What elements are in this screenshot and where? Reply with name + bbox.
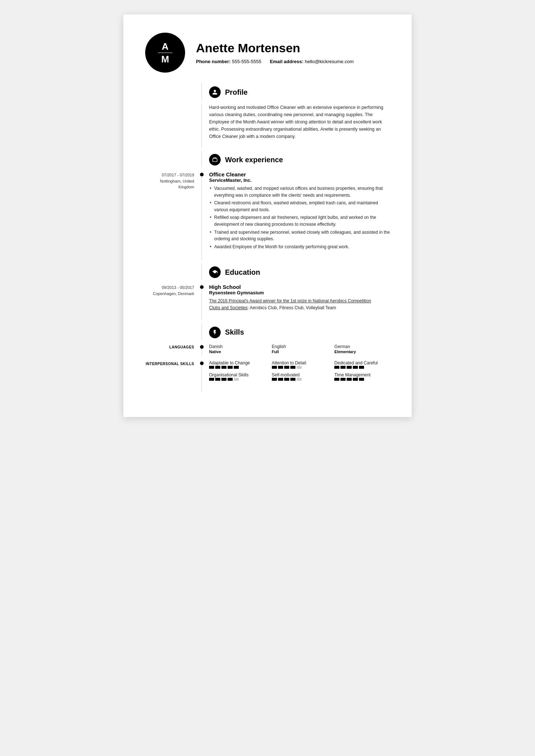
- bar-b4: [228, 366, 233, 369]
- bar-b1: [209, 366, 214, 369]
- skill-adaptable: Adaptable to Change: [209, 360, 265, 369]
- avatar: A M: [145, 33, 185, 73]
- skill-organisational-name: Organisational Skills: [209, 372, 265, 377]
- interpersonal-grid: Adaptable to Change Attention to Detail: [209, 360, 390, 381]
- bar-g1: [334, 378, 339, 381]
- skills-section: Skills LANGUAGES Danish Native English F…: [145, 324, 390, 392]
- skill-attention: Attention to Detail: [272, 360, 327, 369]
- education-body: 09/2013 - 05/2017 Copenhagen, Denmark Hi…: [145, 284, 390, 320]
- work-icon: [209, 154, 221, 165]
- profile-icon: [209, 86, 221, 98]
- profile-body: Hard-working and motivated Office Cleane…: [145, 104, 390, 147]
- work-company: ServiceMaster, Inc.: [209, 177, 390, 183]
- bar-d3: [347, 366, 352, 369]
- languages-row: LANGUAGES Danish Native English Full: [145, 344, 390, 355]
- bar-c1: [272, 366, 277, 369]
- bar-c3: [284, 366, 289, 369]
- bar-d2: [340, 366, 346, 369]
- header-contacts: Phone number: 555-555-5555 Email address…: [196, 59, 361, 64]
- email-value: hello@kickresume.com: [305, 59, 354, 64]
- bar-b5: [234, 366, 239, 369]
- skill-time-management-name: Time Management: [334, 372, 390, 377]
- education-date: 09/2013 - 05/2017: [145, 285, 194, 291]
- skill-dedicated-name: Dedicated and Careful: [334, 360, 390, 365]
- work-bullet-0: Vacuumed, washed, and mopped various off…: [209, 185, 390, 199]
- skill-dedicated-bar: [334, 366, 390, 369]
- skill-english-name: English: [272, 344, 327, 349]
- avatar-initial-a: A: [162, 42, 169, 51]
- interpersonal-content: Adaptable to Change Attention to Detail: [201, 360, 390, 392]
- skill-organisational-bar: [209, 378, 265, 381]
- interpersonal-row: INTERPERSONAL SKILLS Adaptable to Change: [145, 360, 390, 392]
- header-info: Anette Mortensen Phone number: 555-555-5…: [196, 41, 361, 64]
- bar-e3: [221, 378, 226, 381]
- skill-adaptable-bar: [209, 366, 265, 369]
- languages-dot: [200, 345, 204, 349]
- languages-label: LANGUAGES: [145, 344, 201, 349]
- bar-f3: [284, 378, 289, 381]
- header: A M Anette Mortensen Phone number: 555-5…: [145, 33, 390, 73]
- bar-b3: [221, 366, 226, 369]
- work-date: 07/2017 - 07/2019: [145, 172, 194, 178]
- bar-d5: [359, 366, 364, 369]
- skill-german-name: German: [334, 344, 390, 349]
- work-location: Nottingham, United Kingdom: [145, 178, 194, 190]
- skill-self-motivated-name: Self-motivated: [272, 372, 327, 377]
- bar-f4: [290, 378, 295, 381]
- education-clubs: Clubs and Societies: Aerobics Club, Fitn…: [209, 305, 390, 311]
- education-content-col: High School Rysensteen Gymnasium The 201…: [201, 284, 390, 320]
- skill-self-motivated: Self-motivated: [272, 372, 327, 381]
- interpersonal-label: INTERPERSONAL SKILLS: [145, 360, 201, 367]
- work-header-row: Work experience: [145, 151, 390, 167]
- education-location: Copenhagen, Denmark: [145, 291, 194, 297]
- skill-danish-name: Danish: [209, 344, 265, 349]
- profile-header-row: Profile: [145, 83, 390, 99]
- skill-danish: Danish Native: [209, 344, 265, 355]
- skill-time-management-bar: [334, 378, 390, 381]
- education-degree: High School: [209, 284, 390, 290]
- bar-f1: [272, 378, 277, 381]
- work-dot: [200, 173, 204, 176]
- bar-d4: [353, 366, 358, 369]
- phone-label: Phone number:: [196, 59, 230, 64]
- education-award: The 2016 Principal's Award winner for th…: [209, 298, 390, 305]
- clubs-value: : Aerobics Club, Fitness Club, Volleybal…: [248, 305, 336, 310]
- skill-english: English Full: [272, 344, 327, 355]
- skill-attention-name: Attention to Detail: [272, 360, 327, 365]
- avatar-divider: [158, 53, 172, 53]
- skills-title: Skills: [225, 328, 244, 336]
- skill-dedicated: Dedicated and Careful: [334, 360, 390, 369]
- bar-f5: [297, 378, 302, 381]
- bar-b2: [215, 366, 220, 369]
- bar-g3: [347, 378, 352, 381]
- work-bullet-1: Cleaned restrooms and floors, washed win…: [209, 200, 390, 213]
- bar-e4: [228, 378, 233, 381]
- bar-g5: [359, 378, 364, 381]
- bar-e1: [209, 378, 214, 381]
- interpersonal-dot: [200, 361, 204, 365]
- education-header-row: Education: [145, 263, 390, 279]
- candidate-name: Anette Mortensen: [196, 41, 361, 55]
- work-job-title: Office Cleaner: [209, 171, 390, 177]
- education-dot: [200, 285, 204, 289]
- work-body: 07/2017 - 07/2019 Nottingham, United Kin…: [145, 171, 390, 260]
- work-bullet-3: Trained and supervised new personnel, wo…: [209, 229, 390, 242]
- work-bullet-2: Refilled soap dispensers and air freshen…: [209, 214, 390, 228]
- bar-f2: [278, 378, 283, 381]
- bar-e2: [215, 378, 220, 381]
- languages-content: Danish Native English Full German Elemen…: [201, 344, 390, 355]
- skill-german-level: Elementary: [334, 350, 390, 354]
- skill-attention-bar: [272, 366, 327, 369]
- skill-self-motivated-bar: [272, 378, 327, 381]
- profile-content: Hard-working and motivated Office Cleane…: [201, 104, 390, 147]
- avatar-initial-m: M: [161, 54, 169, 64]
- profile-title: Profile: [225, 88, 248, 97]
- work-bullet-4: Awarded Employee of the Month for consta…: [209, 244, 390, 250]
- profile-date-spacer: [145, 104, 201, 147]
- work-content-col: Office Cleaner ServiceMaster, Inc. Vacuu…: [201, 171, 390, 260]
- skill-time-management: Time Management: [334, 372, 390, 381]
- skills-icon: [209, 327, 221, 338]
- profile-section: Profile Hard-working and motivated Offic…: [145, 83, 390, 147]
- work-bullet-list: Vacuumed, washed, and mopped various off…: [209, 185, 390, 250]
- education-date-col: 09/2013 - 05/2017 Copenhagen, Denmark: [145, 284, 201, 320]
